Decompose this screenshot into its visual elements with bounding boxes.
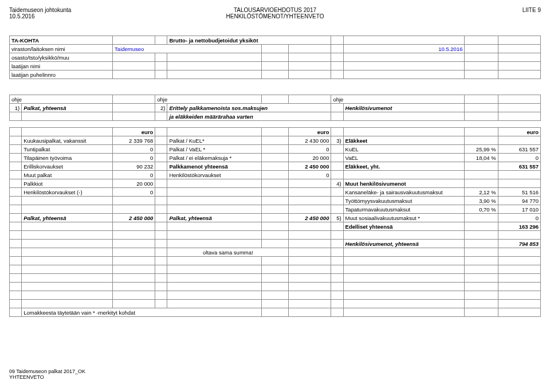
erilliskorvaukset-label: Erilliskorvaukset (22, 162, 113, 171)
palkkamenot-yht-label: Palkkamenot yhteensä (167, 162, 261, 171)
kansan-pct: 2,12 % (465, 188, 498, 197)
header-left: Taidemuseon johtokunta 10.5.2016 (9, 7, 124, 19)
doc-title-2: HENKILÖSTÖMENOT/YHTEENVETO (124, 13, 426, 19)
tyott-value: 94 770 (498, 197, 540, 205)
kansan-label: Kansaneläke- ja sairausvakuutusmaksut (343, 188, 465, 197)
ta-kohta-label: TA-KOHTA (10, 36, 113, 45)
org-name: Taidemuseon johtokunta (9, 7, 124, 13)
tuntipalkat-label: Tuntipalkat (22, 145, 113, 154)
palkat-kuel-value: 2 430 000 (289, 136, 331, 145)
henkilostokorv-label: Henkilöstökorvaukset (-) (22, 188, 113, 197)
palkat-vael-label: Palkat / VaEL * (167, 145, 261, 154)
palkat-vael-value: 0 (289, 145, 331, 154)
muut-henk-label: Muut henkilösivumenot (343, 179, 465, 188)
header-center: TALOUSARVIOEHDOTUS 2017 HENKILÖSTÖMENOT/… (124, 7, 426, 19)
footer-line-1: 09 Taidemuseon palkat 2017_OK (9, 369, 541, 374)
muut-palkat-value: 0 (113, 171, 155, 179)
palkkiot-label: Palkkiot (22, 179, 113, 188)
henkilosivu-head: Henkilösivumenot (343, 104, 465, 112)
palkkiot-value: 20 000 (113, 179, 155, 188)
marker-2: 2) (155, 104, 167, 112)
kuukausipalkat-value: 2 339 768 (113, 136, 155, 145)
kuel-value: 631 557 (498, 145, 540, 154)
osasto-label: osasto/tsto/yksikkö/muu (10, 53, 113, 62)
viraston-value: Taidemuseo (113, 45, 262, 53)
ohje-2: ohje (155, 95, 261, 104)
vael-label: VaEL (343, 154, 465, 162)
elakkeet-label: Eläkkeet (343, 136, 465, 145)
doc-title-1: TALOUSARVIOEHDOTUS 2017 (124, 7, 426, 13)
euro-col-2: euro (289, 128, 331, 136)
page-header: Taidemuseon johtokunta 10.5.2016 TALOUSA… (9, 7, 541, 19)
date-right: 10.5.2016 (343, 45, 465, 53)
kuel-label: KuEL (343, 145, 465, 154)
laatijan-nimi-label: laatijan nimi (10, 62, 113, 70)
mid-henkilostokorv-label: Henkilöstökorvaukset (167, 171, 261, 179)
footer-line-2: YHTEENVETO (9, 374, 541, 380)
marker-4: 4) (331, 179, 343, 188)
page-footer: 09 Taidemuseon palkat 2017_OK YHTEENVETO (9, 369, 541, 380)
muut-sos-label: Muut sosiaalivakuutusmaksut * (343, 214, 465, 222)
elakkeet-yht-label: Eläkkeet, yht. (343, 162, 465, 171)
header-right: LIITE 9 (426, 7, 541, 19)
vael-value: 0 (498, 154, 540, 162)
laatijan-puhelin-label: laatijan puhelinnro (10, 70, 113, 79)
edelliset-label: Edelliset yhteensä (343, 222, 465, 231)
left-palkat-yht-label: Palkat, yhteensä (22, 214, 113, 222)
euro-col-1: euro (113, 128, 155, 136)
mid-palkat-yht-value: 2 450 000 (289, 214, 331, 222)
henkilostokorv-value: 0 (113, 188, 155, 197)
tyott-label: Työttömyysvakuutusmaksut (343, 197, 465, 205)
erittely-head: Erittely palkkamenoista sos.maksujen (167, 104, 331, 112)
henk-yht-value: 794 853 (498, 240, 540, 248)
tilapainen-label: Tilapäinen työvoima (22, 154, 113, 162)
palkat-yht-head: Palkat, yhteensä (22, 104, 113, 112)
tilapainen-value: 0 (113, 154, 155, 162)
palkat-kuel-label: Palkat / KuEL* (167, 136, 261, 145)
tapa-label: Tapaturmavakuutusmaksut (343, 205, 465, 214)
edelliset-value: 163 296 (498, 222, 540, 231)
tuntipalkat-value: 0 (113, 145, 155, 154)
marker-1: 1) (10, 104, 22, 112)
tyott-pct: 3,90 % (465, 197, 498, 205)
ohje-1: ohje (10, 95, 113, 104)
kuukausipalkat-label: Kuukausipalkat, vakanssit (22, 136, 113, 145)
vael-pct: 18,04 % (465, 154, 498, 162)
palkat-ei-label: Palkat / ei eläkemaksuja * (167, 154, 261, 162)
tapa-value: 17 010 (498, 205, 540, 214)
palkkamenot-yht-value: 2 450 000 (289, 162, 331, 171)
muut-sos-value: 0 (498, 214, 540, 222)
tapa-pct: 0,70 % (465, 205, 498, 214)
marker-5: 5) (331, 214, 343, 222)
attachment-number: LIITE 9 (426, 7, 541, 13)
header-date: 10.5.2016 (9, 13, 124, 19)
viraston-label: viraston/laitoksen nimi (10, 45, 113, 53)
left-palkat-yht-value: 2 450 000 (113, 214, 155, 222)
henk-yht-label: Henkilösivumenot, yhteensä (343, 240, 465, 248)
ohje-3: ohje (331, 95, 465, 104)
euro-col-3: euro (498, 128, 540, 136)
main-table: TA-KOHTA Brutto- ja nettobudjetoidut yks… (9, 36, 541, 317)
elakkeet-yht-value: 631 557 (498, 162, 540, 171)
erilliskorvaukset-value: 90 232 (113, 162, 155, 171)
marker-3: 3) (331, 136, 343, 145)
brutto-label: Brutto- ja nettobudjetoidut yksiköt (167, 36, 331, 45)
kansan-value: 51 516 (498, 188, 540, 197)
muut-palkat-label: Muut palkat (22, 171, 113, 179)
mid-henkilostokorv-value: 0 (289, 171, 331, 179)
kuel-pct: 25,99 % (465, 145, 498, 154)
mid-palkat-yht-label: Palkat, yhteensä (167, 214, 261, 222)
ja-elak-head: ja eläkkeiden määrärahaa varten (167, 112, 331, 121)
form-note: Lomakkeesta täytetään vain * -merkityt k… (22, 308, 261, 317)
oltava-note: oltava sama summa! (167, 248, 289, 257)
palkat-ei-value: 20 000 (289, 154, 331, 162)
